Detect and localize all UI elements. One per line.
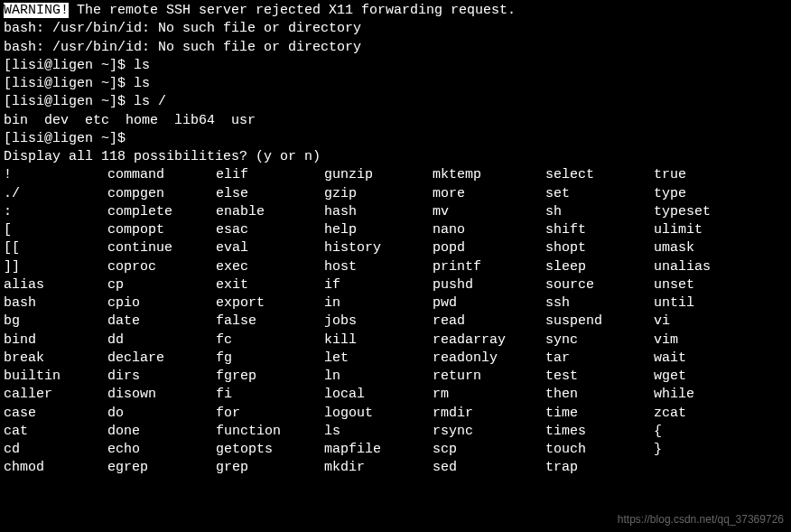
completion-row: catdonefunctionlsrsynctimes{ (4, 423, 787, 441)
completion-item: suspend (545, 313, 654, 331)
completion-item: then (545, 386, 654, 404)
shell-prompt: [lisi@ligen ~]$ (4, 131, 134, 146)
completion-item: times (545, 423, 654, 441)
completion-item: compopt (107, 221, 216, 239)
completion-item: done (107, 423, 216, 441)
completion-item: case (4, 405, 107, 423)
prompt-line: [lisi@ligen ~]$ ls (4, 75, 787, 93)
completion-row: :completeenablehashmvshtypeset (4, 203, 787, 221)
completion-item: dirs (107, 368, 216, 386)
prompt-line: [lisi@ligen ~]$ ls / (4, 93, 787, 111)
completion-item: dd (107, 331, 216, 350)
completion-item: coproc (107, 258, 216, 276)
completion-item: ./ (4, 185, 107, 203)
completion-item: test (545, 368, 654, 386)
completion-item: wget (654, 368, 744, 386)
completion-item: fg (216, 350, 324, 368)
completion-item: getopts (216, 441, 324, 459)
completion-item: fi (216, 386, 324, 404)
completion-item: cat (4, 423, 107, 441)
shell-command: ls (134, 76, 150, 91)
completion-item: wait (654, 350, 744, 368)
completion-item: zcat (654, 405, 744, 423)
terminal-output[interactable]: WARNING! The remote SSH server rejected … (4, 2, 787, 478)
completion-item: [[ (4, 239, 107, 257)
completion-item: cd (4, 441, 107, 459)
shell-prompt: [lisi@ligen ~]$ (4, 94, 134, 109)
completion-item: source (545, 276, 654, 294)
completion-item: host (324, 258, 433, 276)
completion-item: select (545, 166, 654, 184)
completion-item: mapfile (324, 441, 433, 459)
completion-item: ! (4, 166, 107, 184)
completion-row: [[continueevalhistorypopdshoptumask (4, 239, 787, 257)
completion-item: unset (654, 276, 744, 294)
completion-row: callerdisownfilocalrmthenwhile (4, 386, 787, 404)
completion-item: jobs (324, 313, 433, 331)
completion-item: exit (216, 276, 324, 294)
completion-item: fgrep (216, 368, 324, 386)
completion-item: } (654, 441, 744, 459)
completion-item: until (654, 294, 744, 313)
completion-item: for (216, 405, 324, 423)
prompt-line: [lisi@ligen ~]$ (4, 130, 787, 148)
completion-item: logout (324, 405, 433, 423)
completion-item: type (654, 185, 744, 203)
completion-item: ssh (545, 294, 654, 313)
completion-row: ./compgenelsegzipmoresettype (4, 185, 787, 203)
completion-row: breakdeclarefgletreadonlytarwait (4, 350, 787, 368)
completion-item: touch (545, 441, 654, 459)
completion-item: ls (324, 423, 433, 441)
completion-item: local (324, 386, 433, 404)
completion-item: readarray (433, 331, 545, 350)
completion-item: kill (324, 331, 433, 350)
completion-item: ln (324, 368, 433, 386)
shell-command: ls (134, 58, 150, 73)
completion-row: !commandelifgunzipmktempselecttrue (4, 166, 787, 184)
completion-row: bashcpioexportinpwdsshuntil (4, 294, 787, 313)
completion-item: esac (216, 221, 324, 239)
completion-item: chmod (4, 459, 107, 477)
completion-item: declare (107, 350, 216, 368)
warning-line: WARNING! The remote SSH server rejected … (4, 2, 787, 20)
completion-row: cdechogetoptsmapfilescptouch} (4, 441, 787, 459)
completion-item: umask (654, 239, 744, 257)
completion-item: while (654, 386, 744, 404)
completion-item: read (433, 313, 545, 331)
warning-label: WARNING! (4, 3, 69, 18)
completion-item: cp (107, 276, 216, 294)
completion-item: gzip (324, 185, 433, 203)
completion-item: gunzip (324, 166, 433, 184)
shell-command: ls / (134, 94, 166, 109)
completion-item: elif (216, 166, 324, 184)
completion-row: ]]coprocexechostprintfsleepunalias (4, 258, 787, 276)
completion-item: rm (433, 386, 545, 404)
completion-item: do (107, 405, 216, 423)
completion-item: ]] (4, 258, 107, 276)
completion-item (654, 459, 744, 477)
completion-row: bgdatefalsejobsreadsuspendvi (4, 313, 787, 331)
completion-item: disown (107, 386, 216, 404)
error-line: bash: /usr/bin/id: No such file or direc… (4, 39, 787, 57)
completion-row: casedoforlogoutrmdirtimezcat (4, 405, 787, 423)
completion-item: in (324, 294, 433, 313)
completion-item: if (324, 276, 433, 294)
completion-item: shift (545, 221, 654, 239)
completion-item: vi (654, 313, 744, 331)
completion-item: time (545, 405, 654, 423)
completion-item: sleep (545, 258, 654, 276)
completion-item: cpio (107, 294, 216, 313)
completion-item: [ (4, 221, 107, 239)
completion-item: function (216, 423, 324, 441)
completion-item: readonly (433, 350, 545, 368)
completion-item: false (216, 313, 324, 331)
completion-item: rmdir (433, 405, 545, 423)
completion-item: vim (654, 331, 744, 350)
completion-item: mktemp (433, 166, 545, 184)
completion-item: pushd (433, 276, 545, 294)
completion-item: rsync (433, 423, 545, 441)
shell-prompt: [lisi@ligen ~]$ (4, 76, 134, 91)
completion-item: tar (545, 350, 654, 368)
error-line: bash: /usr/bin/id: No such file or direc… (4, 20, 787, 38)
completion-item: unalias (654, 258, 744, 276)
